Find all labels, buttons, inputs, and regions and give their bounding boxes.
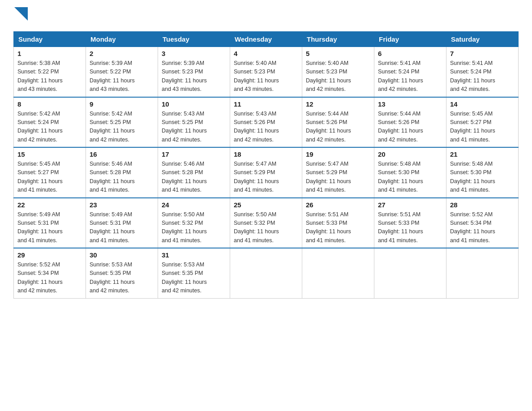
calendar-day-cell: 5 Sunrise: 5:40 AM Sunset: 5:23 PM Dayli… — [302, 47, 374, 97]
day-info: Sunrise: 5:46 AM Sunset: 5:28 PM Dayligh… — [162, 160, 226, 195]
day-number: 24 — [162, 201, 226, 209]
day-info: Sunrise: 5:53 AM Sunset: 5:35 PM Dayligh… — [162, 261, 226, 295]
day-info: Sunrise: 5:45 AM Sunset: 5:27 PM Dayligh… — [17, 160, 82, 195]
calendar-day-cell: 23 Sunrise: 5:49 AM Sunset: 5:31 PM Dayl… — [86, 198, 158, 248]
day-info: Sunrise: 5:50 AM Sunset: 5:32 PM Dayligh… — [162, 210, 226, 245]
day-of-week-header: Saturday — [446, 32, 519, 47]
calendar-day-cell: 31 Sunrise: 5:53 AM Sunset: 5:35 PM Dayl… — [158, 248, 230, 298]
calendar-table: SundayMondayTuesdayWednesdayThursdayFrid… — [13, 31, 519, 299]
calendar-day-cell: 13 Sunrise: 5:44 AM Sunset: 5:26 PM Dayl… — [374, 97, 446, 148]
calendar-week-row: 22 Sunrise: 5:49 AM Sunset: 5:31 PM Dayl… — [14, 198, 519, 248]
calendar-day-cell: 15 Sunrise: 5:45 AM Sunset: 5:27 PM Dayl… — [14, 147, 86, 198]
calendar-day-cell: 6 Sunrise: 5:41 AM Sunset: 5:24 PM Dayli… — [374, 47, 446, 97]
day-number: 26 — [306, 201, 370, 209]
calendar-day-cell: 30 Sunrise: 5:53 AM Sunset: 5:35 PM Dayl… — [86, 248, 158, 298]
day-number: 1 — [17, 50, 82, 57]
day-info: Sunrise: 5:40 AM Sunset: 5:23 PM Dayligh… — [306, 59, 370, 94]
day-info: Sunrise: 5:52 AM Sunset: 5:34 PM Dayligh… — [17, 261, 82, 295]
svg-marker-0 — [14, 7, 28, 21]
calendar-day-cell: 12 Sunrise: 5:44 AM Sunset: 5:26 PM Dayl… — [302, 97, 374, 148]
calendar-day-cell — [446, 248, 519, 298]
day-number: 12 — [306, 100, 370, 108]
day-info: Sunrise: 5:44 AM Sunset: 5:26 PM Dayligh… — [306, 110, 370, 145]
day-info: Sunrise: 5:43 AM Sunset: 5:26 PM Dayligh… — [234, 110, 298, 145]
day-number: 10 — [162, 100, 226, 108]
calendar-day-cell: 8 Sunrise: 5:42 AM Sunset: 5:24 PM Dayli… — [14, 97, 86, 148]
day-info: Sunrise: 5:42 AM Sunset: 5:24 PM Dayligh… — [17, 110, 82, 145]
calendar-header-row: SundayMondayTuesdayWednesdayThursdayFrid… — [14, 32, 519, 47]
calendar-day-cell: 9 Sunrise: 5:42 AM Sunset: 5:25 PM Dayli… — [86, 97, 158, 148]
day-number: 13 — [378, 100, 442, 108]
day-info: Sunrise: 5:52 AM Sunset: 5:34 PM Dayligh… — [450, 210, 515, 245]
day-of-week-header: Sunday — [14, 32, 86, 47]
day-of-week-header: Friday — [374, 32, 446, 47]
day-number: 29 — [17, 251, 82, 259]
logo — [13, 9, 28, 22]
calendar-day-cell: 3 Sunrise: 5:39 AM Sunset: 5:23 PM Dayli… — [158, 47, 230, 97]
day-number: 19 — [306, 150, 370, 158]
day-info: Sunrise: 5:48 AM Sunset: 5:30 PM Dayligh… — [450, 160, 515, 195]
calendar-day-cell: 25 Sunrise: 5:50 AM Sunset: 5:32 PM Dayl… — [230, 198, 302, 248]
day-number: 16 — [90, 150, 154, 158]
day-number: 14 — [450, 100, 515, 108]
calendar-day-cell: 27 Sunrise: 5:51 AM Sunset: 5:33 PM Dayl… — [374, 198, 446, 248]
day-number: 4 — [234, 50, 298, 57]
day-number: 15 — [17, 150, 82, 158]
day-info: Sunrise: 5:50 AM Sunset: 5:32 PM Dayligh… — [234, 210, 298, 245]
day-info: Sunrise: 5:39 AM Sunset: 5:23 PM Dayligh… — [162, 59, 226, 94]
calendar-day-cell: 16 Sunrise: 5:46 AM Sunset: 5:28 PM Dayl… — [86, 147, 158, 198]
calendar-day-cell — [230, 248, 302, 298]
calendar-week-row: 15 Sunrise: 5:45 AM Sunset: 5:27 PM Dayl… — [14, 147, 519, 198]
day-info: Sunrise: 5:53 AM Sunset: 5:35 PM Dayligh… — [90, 261, 154, 295]
day-info: Sunrise: 5:49 AM Sunset: 5:31 PM Dayligh… — [17, 210, 82, 245]
day-number: 30 — [90, 251, 154, 259]
day-number: 2 — [90, 50, 154, 57]
day-number: 8 — [17, 100, 82, 108]
calendar-day-cell: 1 Sunrise: 5:38 AM Sunset: 5:22 PM Dayli… — [14, 47, 86, 97]
day-info: Sunrise: 5:46 AM Sunset: 5:28 PM Dayligh… — [90, 160, 154, 195]
day-number: 17 — [162, 150, 226, 158]
day-info: Sunrise: 5:51 AM Sunset: 5:33 PM Dayligh… — [378, 210, 442, 245]
day-number: 27 — [378, 201, 442, 209]
day-of-week-header: Monday — [86, 32, 158, 47]
calendar-day-cell: 17 Sunrise: 5:46 AM Sunset: 5:28 PM Dayl… — [158, 147, 230, 198]
day-info: Sunrise: 5:47 AM Sunset: 5:29 PM Dayligh… — [306, 160, 370, 195]
day-info: Sunrise: 5:38 AM Sunset: 5:22 PM Dayligh… — [17, 59, 82, 94]
day-number: 7 — [450, 50, 515, 57]
day-info: Sunrise: 5:40 AM Sunset: 5:23 PM Dayligh… — [234, 59, 298, 94]
calendar-day-cell: 21 Sunrise: 5:48 AM Sunset: 5:30 PM Dayl… — [446, 147, 519, 198]
day-number: 21 — [450, 150, 515, 158]
day-number: 11 — [234, 100, 298, 108]
day-info: Sunrise: 5:39 AM Sunset: 5:22 PM Dayligh… — [90, 59, 154, 94]
calendar-day-cell: 29 Sunrise: 5:52 AM Sunset: 5:34 PM Dayl… — [14, 248, 86, 298]
day-info: Sunrise: 5:41 AM Sunset: 5:24 PM Dayligh… — [450, 59, 515, 94]
day-number: 23 — [90, 201, 154, 209]
day-info: Sunrise: 5:51 AM Sunset: 5:33 PM Dayligh… — [306, 210, 370, 245]
calendar-day-cell: 11 Sunrise: 5:43 AM Sunset: 5:26 PM Dayl… — [230, 97, 302, 148]
day-info: Sunrise: 5:47 AM Sunset: 5:29 PM Dayligh… — [234, 160, 298, 195]
day-number: 22 — [17, 201, 82, 209]
day-info: Sunrise: 5:49 AM Sunset: 5:31 PM Dayligh… — [90, 210, 154, 245]
calendar-day-cell: 28 Sunrise: 5:52 AM Sunset: 5:34 PM Dayl… — [446, 198, 519, 248]
day-info: Sunrise: 5:44 AM Sunset: 5:26 PM Dayligh… — [378, 110, 442, 145]
day-info: Sunrise: 5:43 AM Sunset: 5:25 PM Dayligh… — [162, 110, 226, 145]
day-number: 5 — [306, 50, 370, 57]
day-info: Sunrise: 5:48 AM Sunset: 5:30 PM Dayligh… — [378, 160, 442, 195]
calendar-day-cell: 2 Sunrise: 5:39 AM Sunset: 5:22 PM Dayli… — [86, 47, 158, 97]
day-info: Sunrise: 5:42 AM Sunset: 5:25 PM Dayligh… — [90, 110, 154, 145]
day-number: 31 — [162, 251, 226, 259]
day-info: Sunrise: 5:41 AM Sunset: 5:24 PM Dayligh… — [378, 59, 442, 94]
day-of-week-header: Thursday — [302, 32, 374, 47]
calendar-week-row: 8 Sunrise: 5:42 AM Sunset: 5:24 PM Dayli… — [14, 97, 519, 148]
day-number: 18 — [234, 150, 298, 158]
day-number: 25 — [234, 201, 298, 209]
day-number: 20 — [378, 150, 442, 158]
calendar-week-row: 29 Sunrise: 5:52 AM Sunset: 5:34 PM Dayl… — [14, 248, 519, 298]
calendar-day-cell: 24 Sunrise: 5:50 AM Sunset: 5:32 PM Dayl… — [158, 198, 230, 248]
day-of-week-header: Wednesday — [230, 32, 302, 47]
calendar-week-row: 1 Sunrise: 5:38 AM Sunset: 5:22 PM Dayli… — [14, 47, 519, 97]
page-header — [13, 9, 519, 22]
calendar-day-cell: 18 Sunrise: 5:47 AM Sunset: 5:29 PM Dayl… — [230, 147, 302, 198]
calendar-day-cell: 14 Sunrise: 5:45 AM Sunset: 5:27 PM Dayl… — [446, 97, 519, 148]
day-info: Sunrise: 5:45 AM Sunset: 5:27 PM Dayligh… — [450, 110, 515, 145]
